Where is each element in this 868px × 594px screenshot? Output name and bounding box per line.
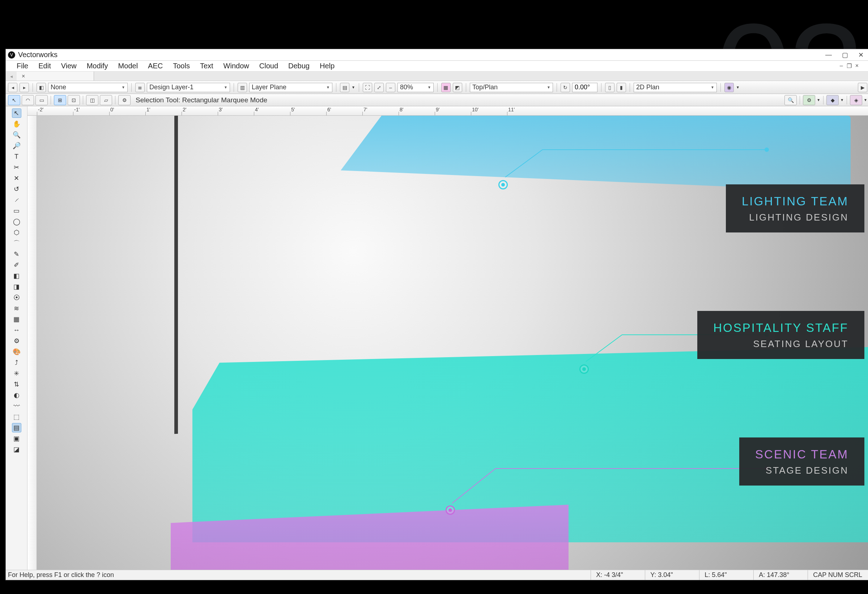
tool-palette: ↖ ✋ 🔍 🔎 T ✂ ✕ ↺ ⟋ ▭ ◯ ⬡ ⌒ ✎ ✐ ◧ ◨ ⦿ ≋ ▦ … — [6, 106, 28, 570]
render-mode-select[interactable]: 2D Plan▼ — [634, 83, 717, 92]
tool-spline-icon[interactable]: 〰 — [12, 401, 21, 411]
callout-lighting: LIGHTING TEAM LIGHTING DESIGN — [726, 184, 864, 233]
rotate-angle-input[interactable] — [572, 83, 598, 92]
nav-fwd-button[interactable]: ▸ — [19, 83, 29, 92]
tool-rotate-icon[interactable]: ↺ — [12, 184, 21, 194]
menu-text[interactable]: Text — [200, 62, 213, 70]
menu-modify[interactable]: Modify — [87, 62, 108, 70]
doc-close-button[interactable]: × — [855, 63, 859, 69]
tool-eyedropper-icon[interactable]: 🎨 — [12, 347, 21, 357]
renderworks-icon[interactable]: ◉ — [725, 83, 734, 92]
tool-zoom-icon[interactable]: 🔍 — [12, 130, 21, 140]
tool-polygon-icon[interactable]: ⬡ — [12, 228, 21, 237]
zoom-out-icon[interactable]: – — [386, 83, 395, 92]
menu-debug[interactable]: Debug — [288, 62, 310, 70]
mode-wall-icon[interactable]: ▱ — [100, 95, 112, 105]
menu-view[interactable]: View — [61, 62, 77, 70]
tool-fillet-icon[interactable]: ◧ — [12, 271, 21, 280]
layer-select[interactable]: Design Layer-1▼ — [147, 83, 230, 92]
callout-scenic: SCENIC TEAM STAGE DESIGN — [739, 438, 864, 485]
document-tab[interactable]: × — [17, 72, 94, 81]
tool-rectangle-icon[interactable]: ▭ — [12, 206, 21, 215]
tool-freehand-icon[interactable]: ✎ — [12, 249, 21, 259]
doc-minimize-button[interactable]: – — [840, 63, 843, 69]
view-cube-icon[interactable]: ◩ — [453, 83, 462, 92]
standard-view-select[interactable]: Top/Plan▼ — [470, 83, 553, 92]
doc-restore-button[interactable]: ❐ — [847, 63, 852, 69]
plane-select[interactable]: Layer Plane▼ — [249, 83, 332, 92]
tool-text-icon[interactable]: T — [12, 152, 21, 161]
plane-icon[interactable]: ▥ — [238, 83, 247, 92]
tool-symbols-icon[interactable]: ✳ — [12, 369, 21, 378]
tool-reshape-icon[interactable]: ▤ — [12, 423, 21, 432]
search-icon[interactable]: 🔍 — [784, 95, 797, 105]
menu-window[interactable]: Window — [223, 62, 249, 70]
tool-align-icon[interactable]: ⇅ — [12, 380, 21, 389]
menu-tools[interactable]: Tools — [173, 62, 190, 70]
tool-grid-icon[interactable]: ▦ — [12, 314, 21, 324]
menu-file[interactable]: File — [17, 62, 28, 70]
zoom-select[interactable]: 80%▼ — [397, 83, 434, 92]
tool-clip-icon[interactable]: ◐ — [12, 391, 21, 400]
window-maximize-button[interactable]: ▢ — [842, 51, 848, 59]
window-minimize-button[interactable]: — — [825, 51, 832, 59]
snap-settings-icon[interactable]: ⚙ — [803, 95, 815, 105]
play-icon[interactable]: ▶ — [858, 83, 867, 92]
callout-title: SCENIC TEAM — [755, 448, 849, 461]
tool-circle-icon[interactable]: ◯ — [12, 217, 21, 226]
mode-marquee-icon[interactable]: ▭ — [35, 95, 48, 105]
stack-layers-icon[interactable]: ▮ — [617, 83, 626, 92]
fit-objects-icon[interactable]: ⤢ — [374, 83, 384, 92]
app-logo-icon: V — [8, 52, 15, 59]
mode-prefs-icon[interactable]: ⚙ — [118, 95, 131, 105]
tool-trim-icon[interactable]: ✂ — [12, 163, 21, 172]
class-select[interactable]: None▼ — [48, 83, 128, 92]
tool-locus-icon[interactable]: ⦿ — [12, 293, 21, 302]
tool-line-icon[interactable]: ⟋ — [12, 195, 21, 205]
tool-viewport-icon[interactable]: ⬚ — [12, 412, 21, 422]
tool-flyover-icon[interactable]: 🔎 — [12, 141, 21, 150]
unified-view-icon[interactable]: ▯ — [605, 83, 614, 92]
mode-intersect-icon[interactable]: ⊞ — [54, 95, 66, 105]
callout-sub: STAGE DESIGN — [755, 465, 849, 476]
rotate-plan-icon[interactable]: ↻ — [561, 83, 570, 92]
mode-contain-icon[interactable]: ⊡ — [68, 95, 80, 105]
tool-arc-icon[interactable]: ⌒ — [12, 239, 21, 248]
app-title: Vectorworks — [18, 51, 58, 59]
tool-misc-icon[interactable]: ◪ — [12, 445, 21, 454]
tool-mirror-icon[interactable]: ↔ — [12, 326, 21, 335]
status-help: For Help, press F1 or click the ? icon — [8, 571, 590, 579]
callout-hospitality: HOSPITALITY STAFF SEATING LAYOUT — [697, 311, 864, 359]
menu-cloud[interactable]: Cloud — [259, 62, 278, 70]
tool-pan-icon[interactable]: ✋ — [12, 119, 21, 129]
layers-icon[interactable]: ≣ — [135, 83, 145, 92]
menu-help[interactable]: Help — [320, 62, 335, 70]
mode-single-select-icon[interactable]: ↖ — [8, 95, 20, 105]
tool-selection-icon[interactable]: ↖ — [12, 109, 21, 118]
layer-select-value: Design Layer-1 — [149, 84, 193, 91]
window-close-button[interactable]: ✕ — [858, 51, 864, 59]
nav-back-button[interactable]: ◂ — [8, 83, 17, 92]
tool-delete-icon[interactable]: ✕ — [12, 174, 21, 183]
constraint-icon[interactable]: ◆ — [827, 95, 839, 105]
saved-views-icon[interactable]: ▤ — [340, 83, 349, 92]
tab-scroll-left[interactable]: ◂ — [6, 74, 17, 79]
class-icon[interactable]: ◧ — [37, 83, 46, 92]
tool-polyline-icon[interactable]: ✐ — [12, 260, 21, 270]
menu-edit[interactable]: Edit — [38, 62, 51, 70]
tool-hatch-icon[interactable]: ≋ — [12, 304, 21, 313]
menu-aec[interactable]: AEC — [148, 62, 163, 70]
status-locks: CAP NUM SCRL — [807, 570, 867, 580]
fit-page-icon[interactable]: ⛶ — [363, 83, 372, 92]
visibility-icon[interactable]: ◈ — [850, 95, 862, 105]
multiview-icon[interactable]: ▦ — [441, 83, 451, 92]
tool-chamfer-icon[interactable]: ◨ — [12, 282, 21, 291]
mode-lasso-icon[interactable]: ◠ — [22, 95, 34, 105]
tool-offset-icon[interactable]: ⤴ — [12, 358, 21, 367]
tab-close-icon[interactable]: × — [22, 73, 25, 80]
tool-stack-icon[interactable]: ▣ — [12, 434, 21, 443]
menu-model[interactable]: Model — [118, 62, 138, 70]
tool-attributes-icon[interactable]: ⚙ — [12, 336, 21, 346]
mode-boundary-icon[interactable]: ◫ — [86, 95, 98, 105]
ruler-horizontal: -2'-1'0'1'2'3'4'5'6'7'8'9'10'11' — [28, 106, 868, 116]
